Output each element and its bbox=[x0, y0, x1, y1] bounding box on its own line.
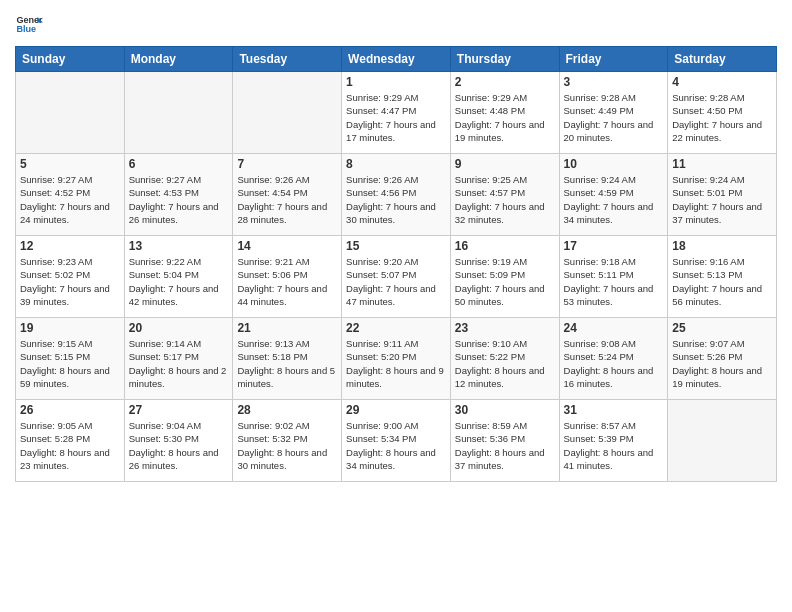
day-info: Sunrise: 9:13 AMSunset: 5:18 PMDaylight:… bbox=[237, 337, 337, 390]
day-cell: 11Sunrise: 9:24 AMSunset: 5:01 PMDayligh… bbox=[668, 154, 777, 236]
weekday-header-monday: Monday bbox=[124, 47, 233, 72]
day-number: 8 bbox=[346, 157, 446, 171]
day-cell: 19Sunrise: 9:15 AMSunset: 5:15 PMDayligh… bbox=[16, 318, 125, 400]
day-info: Sunrise: 9:08 AMSunset: 5:24 PMDaylight:… bbox=[564, 337, 664, 390]
day-cell: 10Sunrise: 9:24 AMSunset: 4:59 PMDayligh… bbox=[559, 154, 668, 236]
day-cell: 26Sunrise: 9:05 AMSunset: 5:28 PMDayligh… bbox=[16, 400, 125, 482]
day-number: 21 bbox=[237, 321, 337, 335]
weekday-header-row: SundayMondayTuesdayWednesdayThursdayFrid… bbox=[16, 47, 777, 72]
day-cell: 29Sunrise: 9:00 AMSunset: 5:34 PMDayligh… bbox=[342, 400, 451, 482]
day-info: Sunrise: 9:11 AMSunset: 5:20 PMDaylight:… bbox=[346, 337, 446, 390]
day-info: Sunrise: 9:26 AMSunset: 4:56 PMDaylight:… bbox=[346, 173, 446, 226]
week-row-2: 5Sunrise: 9:27 AMSunset: 4:52 PMDaylight… bbox=[16, 154, 777, 236]
day-info: Sunrise: 9:24 AMSunset: 5:01 PMDaylight:… bbox=[672, 173, 772, 226]
day-cell bbox=[124, 72, 233, 154]
day-number: 25 bbox=[672, 321, 772, 335]
day-number: 16 bbox=[455, 239, 555, 253]
week-row-1: 1Sunrise: 9:29 AMSunset: 4:47 PMDaylight… bbox=[16, 72, 777, 154]
logo-icon: General Blue bbox=[15, 10, 43, 38]
day-info: Sunrise: 8:59 AMSunset: 5:36 PMDaylight:… bbox=[455, 419, 555, 472]
day-info: Sunrise: 9:15 AMSunset: 5:15 PMDaylight:… bbox=[20, 337, 120, 390]
day-info: Sunrise: 9:10 AMSunset: 5:22 PMDaylight:… bbox=[455, 337, 555, 390]
day-cell bbox=[16, 72, 125, 154]
day-info: Sunrise: 9:28 AMSunset: 4:49 PMDaylight:… bbox=[564, 91, 664, 144]
day-info: Sunrise: 9:23 AMSunset: 5:02 PMDaylight:… bbox=[20, 255, 120, 308]
day-number: 28 bbox=[237, 403, 337, 417]
day-cell: 23Sunrise: 9:10 AMSunset: 5:22 PMDayligh… bbox=[450, 318, 559, 400]
day-info: Sunrise: 9:29 AMSunset: 4:47 PMDaylight:… bbox=[346, 91, 446, 144]
day-info: Sunrise: 9:27 AMSunset: 4:52 PMDaylight:… bbox=[20, 173, 120, 226]
week-row-3: 12Sunrise: 9:23 AMSunset: 5:02 PMDayligh… bbox=[16, 236, 777, 318]
day-number: 22 bbox=[346, 321, 446, 335]
weekday-header-friday: Friday bbox=[559, 47, 668, 72]
day-cell: 9Sunrise: 9:25 AMSunset: 4:57 PMDaylight… bbox=[450, 154, 559, 236]
logo: General Blue bbox=[15, 10, 43, 38]
day-number: 4 bbox=[672, 75, 772, 89]
day-number: 18 bbox=[672, 239, 772, 253]
day-number: 6 bbox=[129, 157, 229, 171]
day-info: Sunrise: 9:26 AMSunset: 4:54 PMDaylight:… bbox=[237, 173, 337, 226]
day-info: Sunrise: 9:18 AMSunset: 5:11 PMDaylight:… bbox=[564, 255, 664, 308]
day-info: Sunrise: 9:14 AMSunset: 5:17 PMDaylight:… bbox=[129, 337, 229, 390]
day-cell: 6Sunrise: 9:27 AMSunset: 4:53 PMDaylight… bbox=[124, 154, 233, 236]
day-info: Sunrise: 8:57 AMSunset: 5:39 PMDaylight:… bbox=[564, 419, 664, 472]
day-number: 1 bbox=[346, 75, 446, 89]
day-cell: 21Sunrise: 9:13 AMSunset: 5:18 PMDayligh… bbox=[233, 318, 342, 400]
day-info: Sunrise: 9:07 AMSunset: 5:26 PMDaylight:… bbox=[672, 337, 772, 390]
day-cell: 28Sunrise: 9:02 AMSunset: 5:32 PMDayligh… bbox=[233, 400, 342, 482]
day-cell: 24Sunrise: 9:08 AMSunset: 5:24 PMDayligh… bbox=[559, 318, 668, 400]
day-info: Sunrise: 9:27 AMSunset: 4:53 PMDaylight:… bbox=[129, 173, 229, 226]
day-number: 19 bbox=[20, 321, 120, 335]
week-row-4: 19Sunrise: 9:15 AMSunset: 5:15 PMDayligh… bbox=[16, 318, 777, 400]
day-cell: 12Sunrise: 9:23 AMSunset: 5:02 PMDayligh… bbox=[16, 236, 125, 318]
day-info: Sunrise: 9:19 AMSunset: 5:09 PMDaylight:… bbox=[455, 255, 555, 308]
day-info: Sunrise: 9:20 AMSunset: 5:07 PMDaylight:… bbox=[346, 255, 446, 308]
day-number: 5 bbox=[20, 157, 120, 171]
day-number: 30 bbox=[455, 403, 555, 417]
day-cell: 2Sunrise: 9:29 AMSunset: 4:48 PMDaylight… bbox=[450, 72, 559, 154]
header: General Blue bbox=[15, 10, 777, 38]
day-info: Sunrise: 9:16 AMSunset: 5:13 PMDaylight:… bbox=[672, 255, 772, 308]
day-number: 14 bbox=[237, 239, 337, 253]
page-container: General Blue SundayMondayTuesdayWednesda… bbox=[0, 0, 792, 492]
day-number: 31 bbox=[564, 403, 664, 417]
day-info: Sunrise: 9:22 AMSunset: 5:04 PMDaylight:… bbox=[129, 255, 229, 308]
day-cell: 30Sunrise: 8:59 AMSunset: 5:36 PMDayligh… bbox=[450, 400, 559, 482]
day-cell: 15Sunrise: 9:20 AMSunset: 5:07 PMDayligh… bbox=[342, 236, 451, 318]
day-cell: 8Sunrise: 9:26 AMSunset: 4:56 PMDaylight… bbox=[342, 154, 451, 236]
day-cell: 5Sunrise: 9:27 AMSunset: 4:52 PMDaylight… bbox=[16, 154, 125, 236]
day-number: 11 bbox=[672, 157, 772, 171]
weekday-header-saturday: Saturday bbox=[668, 47, 777, 72]
day-cell: 7Sunrise: 9:26 AMSunset: 4:54 PMDaylight… bbox=[233, 154, 342, 236]
day-info: Sunrise: 9:21 AMSunset: 5:06 PMDaylight:… bbox=[237, 255, 337, 308]
day-number: 10 bbox=[564, 157, 664, 171]
day-info: Sunrise: 9:00 AMSunset: 5:34 PMDaylight:… bbox=[346, 419, 446, 472]
day-number: 7 bbox=[237, 157, 337, 171]
day-number: 2 bbox=[455, 75, 555, 89]
day-cell bbox=[668, 400, 777, 482]
day-cell: 13Sunrise: 9:22 AMSunset: 5:04 PMDayligh… bbox=[124, 236, 233, 318]
day-info: Sunrise: 9:05 AMSunset: 5:28 PMDaylight:… bbox=[20, 419, 120, 472]
day-number: 3 bbox=[564, 75, 664, 89]
day-cell: 14Sunrise: 9:21 AMSunset: 5:06 PMDayligh… bbox=[233, 236, 342, 318]
day-cell: 16Sunrise: 9:19 AMSunset: 5:09 PMDayligh… bbox=[450, 236, 559, 318]
day-number: 15 bbox=[346, 239, 446, 253]
day-cell: 31Sunrise: 8:57 AMSunset: 5:39 PMDayligh… bbox=[559, 400, 668, 482]
day-cell: 17Sunrise: 9:18 AMSunset: 5:11 PMDayligh… bbox=[559, 236, 668, 318]
day-cell: 4Sunrise: 9:28 AMSunset: 4:50 PMDaylight… bbox=[668, 72, 777, 154]
weekday-header-thursday: Thursday bbox=[450, 47, 559, 72]
day-info: Sunrise: 9:25 AMSunset: 4:57 PMDaylight:… bbox=[455, 173, 555, 226]
week-row-5: 26Sunrise: 9:05 AMSunset: 5:28 PMDayligh… bbox=[16, 400, 777, 482]
day-number: 24 bbox=[564, 321, 664, 335]
day-cell: 27Sunrise: 9:04 AMSunset: 5:30 PMDayligh… bbox=[124, 400, 233, 482]
day-cell: 1Sunrise: 9:29 AMSunset: 4:47 PMDaylight… bbox=[342, 72, 451, 154]
day-info: Sunrise: 9:29 AMSunset: 4:48 PMDaylight:… bbox=[455, 91, 555, 144]
day-info: Sunrise: 9:02 AMSunset: 5:32 PMDaylight:… bbox=[237, 419, 337, 472]
day-number: 29 bbox=[346, 403, 446, 417]
day-number: 27 bbox=[129, 403, 229, 417]
weekday-header-sunday: Sunday bbox=[16, 47, 125, 72]
calendar: SundayMondayTuesdayWednesdayThursdayFrid… bbox=[15, 46, 777, 482]
weekday-header-wednesday: Wednesday bbox=[342, 47, 451, 72]
day-info: Sunrise: 9:24 AMSunset: 4:59 PMDaylight:… bbox=[564, 173, 664, 226]
day-cell: 18Sunrise: 9:16 AMSunset: 5:13 PMDayligh… bbox=[668, 236, 777, 318]
